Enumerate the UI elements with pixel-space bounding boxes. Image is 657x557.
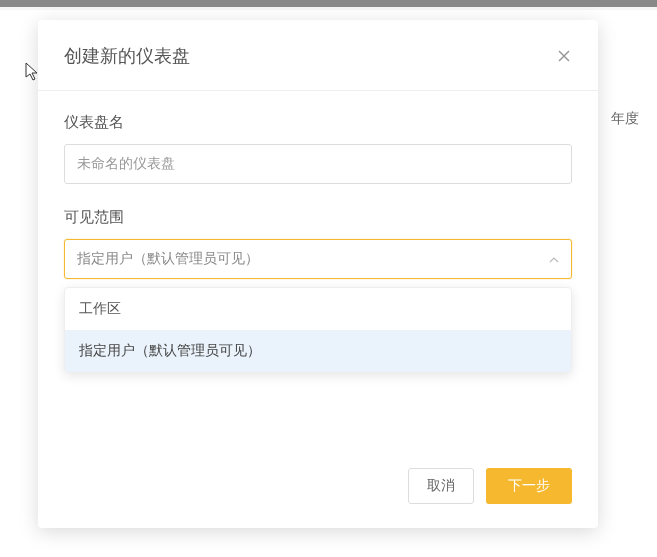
- year-label: 年度: [611, 110, 639, 128]
- close-icon[interactable]: [556, 48, 572, 64]
- scope-field-label: 可见范围: [64, 208, 572, 227]
- name-field-label: 仪表盘名: [64, 113, 572, 132]
- scope-select-wrapper: 指定用户（默认管理员可见） 工作区 指定用户（默认管理员可见）: [64, 239, 572, 279]
- next-button[interactable]: 下一步: [486, 468, 572, 504]
- create-dashboard-modal: 创建新的仪表盘 仪表盘名 可见范围 指定用户（默认管理员可见） 工作区 指定用户…: [38, 20, 598, 528]
- scope-dropdown: 工作区 指定用户（默认管理员可见）: [64, 287, 572, 373]
- modal-header: 创建新的仪表盘: [38, 20, 598, 91]
- modal-footer: 取消 下一步: [38, 448, 598, 528]
- scope-select[interactable]: 指定用户（默认管理员可见）: [64, 239, 572, 279]
- dropdown-option-specified[interactable]: 指定用户（默认管理员可见）: [65, 330, 571, 372]
- scope-select-value: 指定用户（默认管理员可见）: [77, 250, 259, 268]
- dropdown-option-workspace[interactable]: 工作区: [65, 288, 571, 330]
- visibility-scope-field: 可见范围 指定用户（默认管理员可见） 工作区 指定用户（默认管理员可见）: [64, 208, 572, 279]
- modal-body: 仪表盘名 可见范围 指定用户（默认管理员可见） 工作区 指定用户（默认管理员可见…: [38, 91, 598, 448]
- dashboard-name-input[interactable]: [64, 144, 572, 184]
- dashboard-name-field: 仪表盘名: [64, 113, 572, 184]
- top-bar: [0, 0, 657, 7]
- cancel-button[interactable]: 取消: [408, 468, 474, 504]
- chevron-up-icon: [548, 253, 560, 265]
- modal-title: 创建新的仪表盘: [64, 44, 190, 68]
